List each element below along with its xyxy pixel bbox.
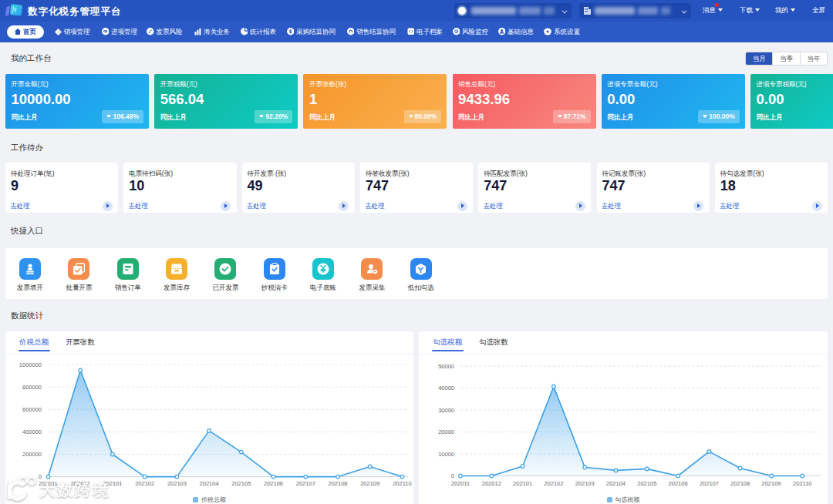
svg-text:202108: 202108 bbox=[730, 480, 750, 487]
svg-text:202104: 202104 bbox=[200, 480, 219, 487]
svg-text:202103: 202103 bbox=[575, 480, 595, 487]
svg-text:202108: 202108 bbox=[328, 480, 347, 487]
svg-text:600000: 600000 bbox=[22, 406, 42, 413]
svg-text:20000: 20000 bbox=[438, 428, 454, 435]
svg-text:1000000: 1000000 bbox=[19, 361, 42, 368]
svg-text:50000: 50000 bbox=[438, 363, 454, 370]
svg-text:202101: 202101 bbox=[513, 480, 532, 487]
svg-text:202106: 202106 bbox=[669, 480, 688, 487]
svg-text:202109: 202109 bbox=[761, 480, 781, 487]
svg-text:大数跨境: 大数跨境 bbox=[39, 481, 110, 499]
svg-text:400000: 400000 bbox=[22, 428, 42, 435]
svg-text:202102: 202102 bbox=[135, 480, 154, 487]
svg-text:202102: 202102 bbox=[544, 480, 563, 487]
svg-text:202106: 202106 bbox=[264, 480, 283, 487]
svg-text:202103: 202103 bbox=[167, 480, 187, 487]
svg-text:202110: 202110 bbox=[393, 480, 411, 487]
svg-text:202105: 202105 bbox=[637, 480, 656, 487]
svg-text:202107: 202107 bbox=[700, 480, 719, 487]
svg-text:202104: 202104 bbox=[606, 480, 626, 487]
svg-text:30000: 30000 bbox=[438, 407, 454, 414]
svg-text:800000: 800000 bbox=[22, 384, 42, 391]
svg-text:202110: 202110 bbox=[793, 480, 811, 487]
svg-text:202011: 202011 bbox=[451, 480, 470, 487]
svg-text:202105: 202105 bbox=[231, 480, 251, 487]
svg-text:202012: 202012 bbox=[482, 480, 501, 487]
svg-text:202109: 202109 bbox=[360, 480, 379, 487]
svg-text:202107: 202107 bbox=[296, 480, 315, 487]
svg-text:40000: 40000 bbox=[438, 385, 454, 391]
svg-text:10000: 10000 bbox=[438, 451, 454, 458]
svg-text:0: 0 bbox=[451, 472, 454, 479]
